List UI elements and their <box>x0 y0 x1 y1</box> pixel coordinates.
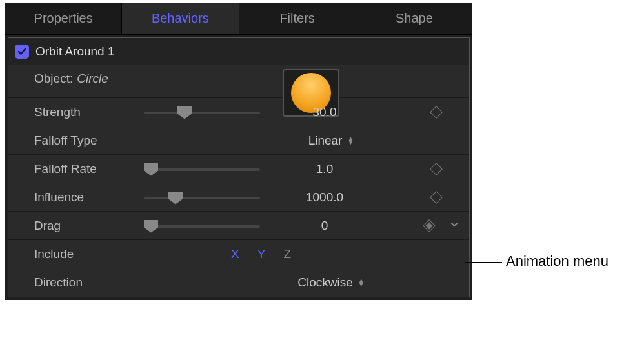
axis-x[interactable]: X <box>231 247 239 261</box>
label-strength: Strength <box>34 105 144 119</box>
include-axes: X Y Z <box>231 247 291 261</box>
value-influence[interactable]: 1000.0 <box>286 190 363 205</box>
row-include: Include X Y Z <box>8 240 469 268</box>
slider-drag[interactable] <box>144 219 260 232</box>
label-falloff-rate: Falloff Rate <box>34 162 144 176</box>
dropdown-direction[interactable]: Clockwise ▲▼ <box>286 275 376 290</box>
label-direction: Direction <box>34 275 144 290</box>
tab-shape[interactable]: Shape <box>356 3 472 34</box>
callout-line <box>465 262 502 263</box>
row-direction: Direction Clockwise ▲▼ <box>8 268 469 297</box>
updown-icon: ▲▼ <box>358 279 365 286</box>
dropdown-falloff-type-text: Linear <box>308 134 343 148</box>
label-influence: Influence <box>34 190 144 205</box>
behavior-header: Orbit Around 1 <box>8 38 469 65</box>
tab-behaviors[interactable]: Behaviors <box>122 3 239 34</box>
slider-influence[interactable] <box>144 191 260 204</box>
object-label: Object: <box>34 72 73 86</box>
row-drag: Drag 0 <box>8 212 469 240</box>
value-drag[interactable]: 0 <box>286 219 363 233</box>
value-falloff-rate[interactable]: 1.0 <box>286 162 363 176</box>
keyframe-strength[interactable] <box>430 106 443 119</box>
updown-icon: ▲▼ <box>347 137 354 145</box>
label-drag: Drag <box>34 219 144 233</box>
tab-filters[interactable]: Filters <box>239 3 356 34</box>
value-strength[interactable]: 30.0 <box>286 105 363 119</box>
behavior-title: Orbit Around 1 <box>35 45 115 59</box>
keyframe-drag[interactable] <box>423 219 436 232</box>
row-influence: Influence 1000.0 <box>8 183 469 212</box>
inspector-body: Orbit Around 1 Object: Circle Strength 3… <box>8 37 470 297</box>
callout-label: Animation menu <box>506 253 609 270</box>
dropdown-falloff-type[interactable]: Linear ▲▼ <box>286 134 376 148</box>
label-falloff-type: Falloff Type <box>34 134 144 148</box>
axis-z[interactable]: Z <box>283 247 291 261</box>
slider-strength[interactable] <box>144 106 260 119</box>
keyframe-influence[interactable] <box>430 191 443 204</box>
dropdown-direction-text: Clockwise <box>297 275 353 290</box>
object-name: Circle <box>77 72 108 86</box>
animation-menu-chevron[interactable] <box>450 220 459 231</box>
label-include: Include <box>34 247 144 261</box>
row-falloff-rate: Falloff Rate 1.0 <box>8 155 469 183</box>
tab-properties[interactable]: Properties <box>5 3 122 34</box>
inspector-panel: Properties Behaviors Filters Shape Orbit… <box>5 3 472 300</box>
tab-bar: Properties Behaviors Filters Shape <box>5 3 472 35</box>
object-row: Object: Circle <box>8 65 469 98</box>
enable-checkbox[interactable] <box>15 45 29 59</box>
row-falloff-type: Falloff Type Linear ▲▼ <box>8 126 469 155</box>
slider-falloff-rate[interactable] <box>144 163 260 175</box>
row-strength: Strength 30.0 <box>8 98 469 126</box>
axis-y[interactable]: Y <box>257 247 266 261</box>
keyframe-falloff-rate[interactable] <box>430 163 443 175</box>
